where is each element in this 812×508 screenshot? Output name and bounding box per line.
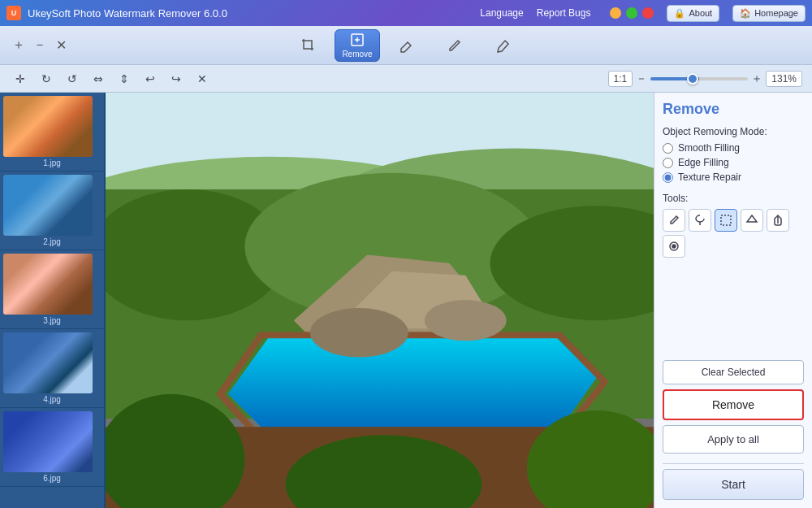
- zoom-in-button[interactable]: ＋: [751, 72, 762, 86]
- title-bar: U UkeySoft Photo Watermark Remover 6.0.0…: [0, 0, 812, 26]
- sidebar-item-2[interactable]: 2.jpg: [0, 172, 104, 250]
- close-file-button[interactable]: ✕: [52, 37, 70, 54]
- svg-rect-19: [721, 215, 731, 225]
- sidebar-item-4[interactable]: 4.jpg: [0, 329, 104, 408]
- about-button[interactable]: 🔒 About: [667, 5, 719, 22]
- thumb-label-1: 1.jpg: [3, 158, 101, 167]
- sidebar-item-3[interactable]: 3.jpg: [0, 250, 104, 329]
- zoom-percent-label: 131%: [766, 71, 802, 87]
- tools-row: [663, 209, 804, 258]
- language-link[interactable]: Language: [480, 7, 523, 19]
- thumb-label-6: 6.jpg: [3, 474, 101, 483]
- thumb-label-3: 3.jpg: [3, 316, 101, 325]
- flip-v-button[interactable]: ⇕: [114, 68, 135, 89]
- svg-point-23: [672, 245, 676, 248]
- right-panel: Remove Object Removing Mode: Smooth Fill…: [654, 93, 812, 508]
- lasso-tool[interactable]: [689, 209, 711, 232]
- homepage-label: Homepage: [754, 8, 798, 18]
- thumbnail-4: [3, 332, 93, 393]
- sidebar-item-1[interactable]: 1.jpg: [0, 93, 104, 172]
- sidebar-item-6[interactable]: 6.jpg: [0, 408, 104, 487]
- zoom-out-button[interactable]: －: [636, 72, 647, 86]
- edit-toolbar: ✛ ↻ ↺ ⇔ ⇕ ↩ ↪ ✕ 1:1 － ＋ 131%: [0, 65, 812, 93]
- app-title: UkeySoft Photo Watermark Remover 6.0.0: [28, 7, 227, 20]
- toolbar-left: ＋ － ✕: [10, 37, 70, 54]
- tools-section-label: Tools:: [663, 193, 804, 204]
- magic-wand-tool[interactable]: [663, 235, 685, 258]
- thumbnail-6: [3, 411, 93, 472]
- thumb-label-2: 2.jpg: [3, 237, 101, 246]
- undo-button[interactable]: ↩: [140, 68, 161, 89]
- target-icon-button[interactable]: ✛: [10, 68, 31, 89]
- svg-point-18: [425, 300, 507, 341]
- report-bugs-link[interactable]: Report Bugs: [537, 7, 591, 19]
- picker-tool-button[interactable]: [481, 29, 526, 62]
- crop-tool-button[interactable]: [286, 29, 331, 62]
- erase-tool-button[interactable]: [383, 29, 429, 62]
- homepage-button[interactable]: 🏠 Homepage: [732, 5, 806, 22]
- thumb-label-4: 4.jpg: [3, 395, 101, 404]
- svg-point-17: [310, 308, 408, 357]
- svg-marker-20: [747, 215, 757, 222]
- home-icon: 🏠: [740, 8, 751, 19]
- clear-selected-button[interactable]: Clear Selected: [663, 360, 804, 384]
- zoom-control: 1:1 － ＋ 131%: [608, 71, 802, 87]
- smooth-filling-radio[interactable]: Smooth Filling: [663, 142, 804, 154]
- texture-repair-radio[interactable]: Texture Repair: [663, 172, 804, 183]
- thumbnail-3: [3, 254, 93, 315]
- zoom-slider[interactable]: [650, 77, 748, 80]
- rotate-cw-button[interactable]: ↻: [36, 68, 57, 89]
- remove-tool-label: Remove: [342, 50, 372, 59]
- texture-repair-label: Texture Repair: [678, 172, 741, 183]
- spacer: [663, 264, 804, 360]
- edge-filling-radio[interactable]: Edge Filling: [663, 157, 804, 168]
- close-button[interactable]: ✕: [642, 7, 654, 19]
- maximize-button[interactable]: □: [626, 7, 637, 19]
- rotate-ccw-button[interactable]: ↺: [62, 68, 83, 89]
- zoom-ratio-label: 1:1: [608, 71, 633, 87]
- svg-marker-11: [228, 336, 596, 435]
- remove-button[interactable]: Remove: [663, 389, 804, 420]
- title-bar-right: Language Report Bugs ─ □ ✕ 🔒 About 🏠 Hom…: [480, 5, 806, 22]
- separator: [663, 463, 804, 464]
- canvas-area[interactable]: [106, 93, 654, 508]
- edge-filling-label: Edge Filling: [678, 157, 729, 168]
- window-controls: ─ □ ✕: [610, 7, 654, 19]
- app-icon: U: [6, 6, 21, 20]
- panel-title: Remove: [663, 101, 804, 118]
- mode-label: Object Removing Mode:: [663, 126, 804, 137]
- pen-tool-button[interactable]: [432, 29, 477, 62]
- flip-h-button[interactable]: ⇔: [88, 68, 109, 89]
- paint-bucket-tool[interactable]: [767, 209, 789, 232]
- about-label: About: [689, 8, 712, 18]
- main-layout: 1.jpg 2.jpg 3.jpg 4.jpg 6.jpg: [0, 93, 812, 508]
- sidebar: 1.jpg 2.jpg 3.jpg 4.jpg 6.jpg: [0, 93, 106, 508]
- brush-tool[interactable]: [663, 209, 685, 232]
- rect-select-tool[interactable]: [715, 209, 737, 232]
- title-bar-left: U UkeySoft Photo Watermark Remover 6.0.0: [6, 6, 227, 20]
- thumbnail-2: [3, 175, 93, 236]
- redo-button[interactable]: ↪: [166, 68, 187, 89]
- smooth-filling-label: Smooth Filling: [678, 142, 740, 154]
- apply-to-all-button[interactable]: Apply to all: [663, 425, 804, 454]
- start-button[interactable]: Start: [663, 469, 804, 500]
- cancel-button[interactable]: ✕: [192, 68, 213, 89]
- remove-tool-button[interactable]: Remove: [335, 29, 380, 62]
- lock-icon: 🔒: [674, 8, 685, 19]
- remove-file-button[interactable]: －: [31, 37, 49, 54]
- removing-mode-group: Smooth Filling Edge Filling Texture Repa…: [663, 142, 804, 183]
- thumbnail-1: [3, 96, 93, 157]
- main-image: [106, 93, 654, 508]
- main-toolbar: ＋ － ✕ Remove: [0, 26, 812, 65]
- polygon-tool[interactable]: [741, 209, 763, 232]
- add-file-button[interactable]: ＋: [10, 37, 28, 54]
- minimize-button[interactable]: ─: [610, 7, 621, 19]
